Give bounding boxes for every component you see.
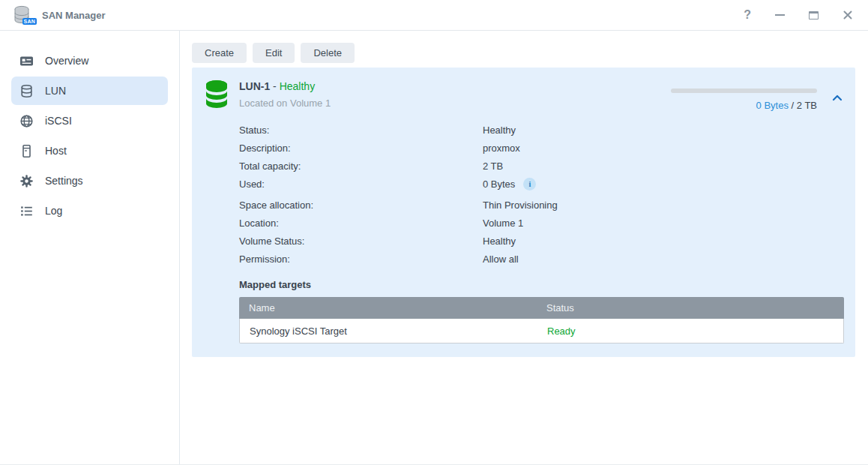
log-list-icon: [19, 204, 34, 218]
detail-row-location: Location: Volume 1: [239, 214, 843, 232]
close-button[interactable]: [843, 8, 853, 22]
close-icon: [843, 10, 853, 20]
detail-label: Total capacity:: [239, 160, 483, 172]
detail-value: Volume 1: [483, 218, 523, 229]
lun-disk-icon: [205, 80, 228, 110]
detail-label: Volume Status:: [239, 236, 483, 247]
lun-name: LUN-1: [239, 80, 270, 92]
sidebar-item-label: LUN: [45, 85, 66, 97]
detail-label: Permission:: [239, 254, 483, 265]
lun-location-subtitle: Located on Volume 1: [239, 98, 331, 109]
lun-card-header: LUN-1 - Healthy Located on Volume 1 0 By…: [205, 79, 843, 111]
detail-value: proxmox: [483, 142, 520, 154]
collapse-button[interactable]: [832, 79, 843, 101]
edit-button[interactable]: Edit: [253, 43, 295, 63]
maximize-button[interactable]: [809, 8, 819, 22]
detail-row-total-capacity: Total capacity: 2 TB: [239, 157, 843, 175]
usage-used-link[interactable]: 0 Bytes: [756, 100, 789, 111]
sidebar-item-settings[interactable]: Settings: [11, 166, 168, 195]
detail-row-description: Description: proxmox: [239, 139, 843, 157]
table-header-row: Name Status: [239, 297, 844, 319]
table-header-status: Status: [546, 302, 574, 314]
mapped-targets-heading: Mapped targets: [239, 279, 843, 290]
usage-progress-bar: [671, 88, 817, 93]
sidebar-item-label: Settings: [45, 175, 83, 187]
sidebar-item-label: iSCSI: [45, 115, 72, 127]
sidebar-item-label: Log: [45, 205, 62, 217]
target-name-cell: Synology iSCSI Target: [240, 326, 547, 337]
detail-label: Description:: [239, 142, 483, 154]
minimize-button[interactable]: [775, 8, 785, 22]
detail-label: Status:: [239, 124, 483, 136]
detail-label: Used:: [239, 178, 483, 190]
lun-health-status: Healthy: [280, 80, 315, 92]
sidebar-item-host[interactable]: Host: [11, 136, 168, 165]
detail-label: Space allocation:: [239, 200, 483, 211]
target-status-cell: Ready: [547, 326, 576, 337]
usage-block: 0 Bytes / 2 TB: [671, 79, 817, 111]
lun-icon: [19, 84, 34, 98]
sidebar-item-overview[interactable]: Overview: [11, 46, 168, 75]
sidebar: Overview LUN iSCSI: [0, 31, 180, 464]
minimize-icon: [775, 14, 785, 16]
detail-value: Allow all: [483, 254, 519, 265]
table-row[interactable]: Synology iSCSI Target Ready: [239, 319, 844, 344]
chevron-up-icon: [832, 94, 843, 101]
sidebar-item-lun[interactable]: LUN: [11, 76, 168, 105]
detail-value: Healthy: [483, 236, 516, 247]
titlebar: SAN SAN Manager ?: [0, 0, 868, 31]
detail-value: 0 Bytes: [483, 178, 515, 190]
main-content: Create Edit Delete: [180, 31, 868, 464]
detail-row-status: Status: Healthy: [239, 121, 843, 139]
detail-row-permission: Permission: Allow all: [239, 250, 843, 268]
detail-row-space-allocation: Space allocation: Thin Provisioning: [239, 196, 843, 214]
sidebar-item-label: Host: [45, 145, 67, 157]
detail-row-volume-status: Volume Status: Healthy: [239, 232, 843, 250]
detail-value: Thin Provisioning: [483, 200, 558, 211]
sidebar-item-iscsi[interactable]: iSCSI: [11, 106, 168, 135]
window-title: SAN Manager: [42, 10, 106, 21]
usage-total: / 2 TB: [789, 100, 817, 111]
mapped-targets-table: Name Status Synology iSCSI Target Ready: [239, 297, 844, 344]
detail-value: Healthy: [483, 124, 516, 136]
detail-value: 2 TB: [483, 160, 503, 172]
usage-text: 0 Bytes / 2 TB: [671, 100, 817, 111]
gear-icon: [19, 174, 34, 188]
maximize-icon: [809, 11, 819, 20]
sidebar-item-log[interactable]: Log: [11, 196, 168, 225]
toolbar: Create Edit Delete: [192, 43, 856, 63]
lun-title: LUN-1 - Healthy: [239, 80, 331, 92]
help-button[interactable]: ?: [744, 8, 751, 22]
host-icon: [19, 144, 34, 158]
globe-icon: [19, 114, 34, 128]
overview-icon: [19, 54, 34, 68]
san-badge: SAN: [22, 18, 37, 25]
detail-label: Location:: [239, 218, 483, 229]
title-separator: -: [270, 80, 279, 92]
table-header-name: Name: [239, 302, 546, 314]
info-icon[interactable]: i: [523, 178, 536, 190]
create-button[interactable]: Create: [192, 43, 247, 63]
sidebar-item-label: Overview: [45, 55, 88, 67]
lun-details: Status: Healthy Description: proxmox Tot…: [239, 121, 843, 268]
lun-card: LUN-1 - Healthy Located on Volume 1 0 By…: [192, 68, 855, 357]
san-manager-app-icon: SAN: [13, 5, 35, 26]
detail-row-used: Used: 0 Bytes i: [239, 175, 843, 193]
delete-button[interactable]: Delete: [301, 43, 355, 63]
